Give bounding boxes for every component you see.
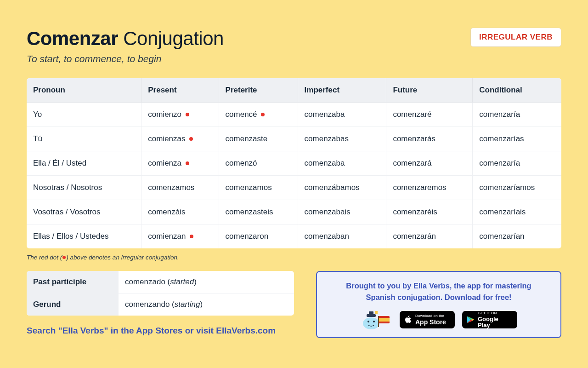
table-row: Past participlecomenzado (started) [27,271,294,293]
svg-rect-5 [375,311,378,314]
promo-panel: Brought to you by Ella Verbs, the app fo… [316,271,561,338]
svg-rect-4 [369,311,373,315]
promo-text: Brought to you by Ella Verbs, the app fo… [326,280,551,303]
pronoun-cell: Yo [27,103,141,127]
column-header: Pronoun [27,78,141,103]
pronoun-cell: Nosotras / Nosotros [27,176,141,200]
column-header: Present [141,78,219,103]
verb-translation: To start, to commence, to begin [27,53,224,64]
page-title: Comenzar Conjugation [27,28,224,50]
mascot-icon [360,310,392,330]
conjugation-cell: comenzábamos [298,176,387,200]
pronoun-cell: Tú [27,127,141,151]
irregular-dot-icon [261,113,265,116]
conjugation-cell: comenzaron [219,224,298,248]
conjugation-cell: comenzaba [298,151,387,176]
svg-point-2 [373,321,375,322]
participle-label: Past participle [27,271,119,293]
red-dot-icon [62,256,66,259]
conjugation-cell: comenzaría [473,103,561,127]
participle-value: comenzando (starting) [119,293,294,316]
svg-point-0 [363,317,379,329]
conjugation-cell: comenzabais [298,200,387,224]
app-store-button[interactable]: Download on the App Store [400,311,455,328]
conjugation-cell: comienza [141,151,219,176]
table-row: Ella / Él / Ustedcomienza comenzó comenz… [27,151,561,176]
column-header: Preterite [219,78,298,103]
conjugation-cell: comenzarían [473,224,561,248]
participle-value: comenzado (started) [119,271,294,293]
footnote: The red dot () above denotes an irregula… [27,254,561,261]
table-row: Túcomienzas comenzaste comenzabas comenz… [27,127,561,151]
conjugation-cell: comenzamos [219,176,298,200]
conjugation-cell: comenzará [386,151,473,176]
conjugation-cell: comenzáis [141,200,219,224]
participle-table: Past participlecomenzado (started)Gerund… [27,271,294,316]
conjugation-cell: comenzaban [298,224,387,248]
conjugation-cell: comienzo [141,103,219,127]
table-row: Vosotras / Vosotroscomenzáis comenzastei… [27,200,561,224]
conjugation-cell: comenzaréis [386,200,473,224]
apple-logo-icon [404,315,412,324]
verb-name: Comenzar [27,28,118,49]
conjugation-cell: comenzaría [473,151,561,176]
irregular-badge: IRREGULAR VERB [470,28,561,47]
irregular-dot-icon [186,113,189,116]
conjugation-cell: comenzaste [219,127,298,151]
conjugation-cell: comencé [219,103,298,127]
conjugation-cell: comenzarán [386,224,473,248]
svg-point-1 [368,321,369,322]
table-row: Ellas / Ellos / Ustedescomienzan comenza… [27,224,561,248]
svg-rect-7 [379,318,390,322]
conjugation-cell: comenzaré [386,103,473,127]
google-play-icon [466,316,475,324]
participle-label: Gerund [27,293,119,316]
column-header: Imperfect [298,78,387,103]
column-header: Conditional [473,78,561,103]
conjugation-cell: comenzasteis [219,200,298,224]
table-row: Nosotras / Nosotroscomenzamos comenzamos… [27,176,561,200]
conjugation-cell: comenzaríamos [473,176,561,200]
conjugation-cell: comenzamos [141,176,219,200]
irregular-dot-icon [189,137,193,141]
table-row: Yocomienzo comencé comenzaba comenzaré c… [27,103,561,127]
irregular-dot-icon [186,161,189,165]
pronoun-cell: Ella / Él / Usted [27,151,141,176]
title-suffix: Conjugation [118,28,224,49]
table-row: Gerundcomenzando (starting) [27,293,294,316]
column-header: Future [386,78,473,103]
search-instruction: Search "Ella Verbs" in the App Stores or… [27,326,294,336]
conjugation-cell: comienzas [141,127,219,151]
conjugation-cell: comenzaba [298,103,387,127]
pronoun-cell: Vosotras / Vosotros [27,200,141,224]
irregular-dot-icon [190,235,193,238]
conjugation-cell: comenzabas [298,127,387,151]
conjugation-cell: comenzó [219,151,298,176]
conjugation-cell: comienzan [141,224,219,248]
conjugation-cell: comenzaríais [473,200,561,224]
conjugation-table: PronounPresentPreteriteImperfectFutureCo… [27,78,561,248]
google-play-button[interactable]: GET IT ON Google Play [462,311,517,328]
conjugation-cell: comenzaremos [386,176,473,200]
pronoun-cell: Ellas / Ellos / Ustedes [27,224,141,248]
conjugation-cell: comenzarás [386,127,473,151]
conjugation-cell: comenzarías [473,127,561,151]
